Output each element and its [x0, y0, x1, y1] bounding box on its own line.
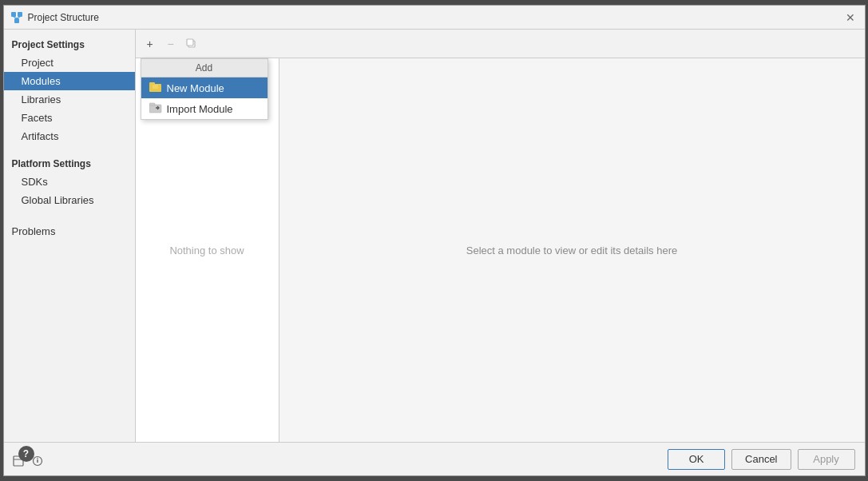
svg-rect-11	[149, 103, 155, 105]
sidebar-item-problems[interactable]: Problems	[4, 219, 135, 240]
svg-rect-8	[149, 82, 155, 85]
dropdown-new-module[interactable]: New Module	[141, 78, 268, 98]
svg-line-4	[17, 17, 20, 18]
sidebar-item-libraries[interactable]: Libraries	[4, 90, 135, 109]
toolbar: + − Add	[136, 30, 865, 58]
bottom-left-icons: ?	[10, 453, 46, 469]
sidebar: Project Settings Project Modules Librari…	[4, 30, 136, 442]
dropdown-import-module[interactable]: Import Module	[141, 98, 268, 119]
new-module-label: New Module	[167, 82, 224, 94]
apply-button[interactable]: Apply	[798, 449, 855, 470]
folder-module-icon	[149, 81, 162, 94]
title-bar: Project Structure ✕	[4, 6, 865, 30]
sidebar-item-facets[interactable]: Facets	[4, 109, 135, 127]
svg-rect-0	[11, 12, 16, 17]
add-dropdown: Add New Module	[141, 58, 268, 120]
content-area: Project Settings Project Modules Librari…	[4, 30, 865, 442]
sidebar-item-modules[interactable]: Modules	[4, 72, 135, 90]
svg-rect-9	[153, 85, 158, 89]
project-structure-window: Project Structure ✕ Project Settings Pro…	[3, 5, 866, 476]
nothing-to-show-label: Nothing to show	[169, 244, 244, 256]
window-title: Project Structure	[28, 12, 842, 23]
import-module-icon	[149, 102, 162, 115]
detail-placeholder: Select a module to view or edit its deta…	[466, 244, 677, 256]
svg-rect-1	[18, 12, 22, 17]
platform-settings-label: Platform Settings	[4, 152, 135, 173]
window-icon	[10, 11, 23, 24]
add-button[interactable]: +	[141, 34, 160, 54]
copy-button[interactable]	[182, 34, 201, 54]
sidebar-item-artifacts[interactable]: Artifacts	[4, 127, 135, 145]
svg-rect-6	[187, 39, 193, 46]
detail-panel: Select a module to view or edit its deta…	[279, 58, 865, 442]
svg-rect-2	[14, 18, 19, 23]
svg-rect-10	[149, 105, 161, 113]
import-module-label: Import Module	[167, 103, 233, 115]
main-panel: + − Add	[136, 30, 865, 442]
remove-button[interactable]: −	[161, 34, 180, 54]
bottom-bar: ? OK Cancel Apply	[4, 442, 865, 475]
svg-line-3	[14, 17, 17, 18]
sidebar-item-global-libraries[interactable]: Global Libraries	[4, 191, 135, 209]
close-button[interactable]: ✕	[842, 10, 858, 26]
project-settings-label: Project Settings	[4, 33, 135, 54]
sidebar-item-project[interactable]: Project	[4, 54, 135, 72]
sidebar-item-sdks[interactable]: SDKs	[4, 173, 135, 191]
cancel-button[interactable]: Cancel	[731, 449, 791, 470]
dropdown-header: Add	[141, 59, 268, 78]
svg-point-17	[37, 458, 38, 459]
ok-button[interactable]: OK	[668, 449, 725, 470]
help-button[interactable]: ?	[18, 446, 34, 462]
